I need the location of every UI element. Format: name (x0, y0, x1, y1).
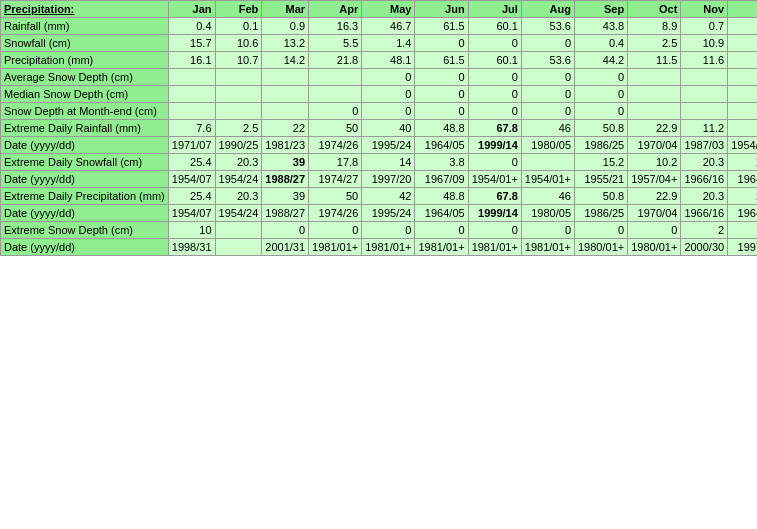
cell-r2-c2: 14.2 (262, 52, 309, 69)
cell-r7-c4: 1995/24 (362, 137, 415, 154)
cell-r13-c8: 1980/01+ (575, 239, 628, 256)
cell-r7-c0: 1971/07 (168, 137, 215, 154)
cell-r13-c6: 1981/01+ (468, 239, 521, 256)
cell-r6-c5: 48.8 (415, 120, 468, 137)
cell-r3-c6: 0 (468, 69, 521, 86)
table-row: Snowfall (cm)15.710.613.25.51.40000.42.5… (1, 35, 758, 52)
cell-r3-c4: 0 (362, 69, 415, 86)
table-row: Rainfall (mm)0.40.10.916.346.761.560.153… (1, 18, 758, 35)
cell-r9-c10: 1966/16 (681, 171, 728, 188)
cell-r11-c10: 1966/16 (681, 205, 728, 222)
cell-r10-c10: 20.3 (681, 188, 728, 205)
cell-r7-c6: 1999/14 (468, 137, 521, 154)
cell-r0-c3: 16.3 (309, 18, 362, 35)
cell-r3-c8: 0 (575, 69, 628, 86)
table-row: Date (yyyy/dd)1971/071990/251981/231974/… (1, 137, 758, 154)
cell-r5-c10 (681, 103, 728, 120)
cell-r8-c11: 25.4 (728, 154, 757, 171)
cell-r2-c9: 11.5 (628, 52, 681, 69)
cell-r4-c0 (168, 86, 215, 103)
cell-r8-c7 (521, 154, 574, 171)
cell-r8-c9: 10.2 (628, 154, 681, 171)
table-row: Extreme Daily Precipitation (mm)25.420.3… (1, 188, 758, 205)
cell-r7-c3: 1974/26 (309, 137, 362, 154)
cell-r7-c5: 1964/05 (415, 137, 468, 154)
cell-r0-c5: 61.5 (415, 18, 468, 35)
cell-r13-c11: 1997/31 (728, 239, 757, 256)
cell-r9-c4: 1997/20 (362, 171, 415, 188)
cell-r10-c3: 50 (309, 188, 362, 205)
cell-r6-c3: 50 (309, 120, 362, 137)
col-header-11: Nov (681, 1, 728, 18)
col-header-5: May (362, 1, 415, 18)
cell-r13-c2: 2001/31 (262, 239, 309, 256)
row-label-5: Snow Depth at Month-end (cm) (1, 103, 169, 120)
cell-r10-c1: 20.3 (215, 188, 262, 205)
col-header-2: Feb (215, 1, 262, 18)
cell-r4-c11 (728, 86, 757, 103)
cell-r6-c11: 0 (728, 120, 757, 137)
row-label-6: Extreme Daily Rainfall (mm) (1, 120, 169, 137)
cell-r13-c0: 1998/31 (168, 239, 215, 256)
cell-r8-c4: 14 (362, 154, 415, 171)
cell-r12-c1 (215, 222, 262, 239)
cell-r2-c0: 16.1 (168, 52, 215, 69)
cell-r6-c7: 46 (521, 120, 574, 137)
row-label-2: Precipitation (mm) (1, 52, 169, 69)
cell-r12-c11: 0 (728, 222, 757, 239)
col-header-1: Jan (168, 1, 215, 18)
cell-r0-c0: 0.4 (168, 18, 215, 35)
cell-r3-c9 (628, 69, 681, 86)
cell-r4-c4: 0 (362, 86, 415, 103)
cell-r12-c3: 0 (309, 222, 362, 239)
cell-r8-c8: 15.2 (575, 154, 628, 171)
cell-r4-c10 (681, 86, 728, 103)
row-label-1: Snowfall (cm) (1, 35, 169, 52)
row-label-11: Date (yyyy/dd) (1, 205, 169, 222)
cell-r0-c7: 53.6 (521, 18, 574, 35)
cell-r0-c4: 46.7 (362, 18, 415, 35)
cell-r8-c6: 0 (468, 154, 521, 171)
cell-r0-c6: 60.1 (468, 18, 521, 35)
cell-r9-c5: 1967/09 (415, 171, 468, 188)
cell-r10-c4: 42 (362, 188, 415, 205)
cell-r5-c2 (262, 103, 309, 120)
cell-r12-c5: 0 (415, 222, 468, 239)
cell-r1-c0: 15.7 (168, 35, 215, 52)
table-row: Date (yyyy/dd)1998/312001/311981/01+1981… (1, 239, 758, 256)
climate-table: Precipitation:JanFebMarAprMayJunJulAugSe… (0, 0, 757, 256)
col-header-9: Sep (575, 1, 628, 18)
cell-r4-c5: 0 (415, 86, 468, 103)
cell-r4-c3 (309, 86, 362, 103)
cell-r5-c11 (728, 103, 757, 120)
row-label-12: Extreme Snow Depth (cm) (1, 222, 169, 239)
cell-r9-c2: 1988/27 (262, 171, 309, 188)
table-row: Extreme Daily Rainfall (mm)7.62.52250404… (1, 120, 758, 137)
cell-r1-c11: 14.2 (728, 35, 757, 52)
cell-r4-c9 (628, 86, 681, 103)
cell-r3-c11 (728, 69, 757, 86)
cell-r6-c6: 67.8 (468, 120, 521, 137)
cell-r5-c6: 0 (468, 103, 521, 120)
cell-r12-c10: 2 (681, 222, 728, 239)
cell-r11-c5: 1964/05 (415, 205, 468, 222)
cell-r13-c5: 1981/01+ (415, 239, 468, 256)
cell-r2-c7: 53.6 (521, 52, 574, 69)
cell-r8-c1: 20.3 (215, 154, 262, 171)
cell-r6-c8: 50.8 (575, 120, 628, 137)
cell-r5-c4: 0 (362, 103, 415, 120)
cell-r13-c1 (215, 239, 262, 256)
cell-r12-c2: 0 (262, 222, 309, 239)
cell-r1-c9: 2.5 (628, 35, 681, 52)
cell-r12-c7: 0 (521, 222, 574, 239)
table-row: Snow Depth at Month-end (cm)000000C (1, 103, 758, 120)
cell-r9-c6: 1954/01+ (468, 171, 521, 188)
row-label-13: Date (yyyy/dd) (1, 239, 169, 256)
cell-r11-c11: 1964/22 (728, 205, 757, 222)
cell-r2-c3: 21.8 (309, 52, 362, 69)
cell-r7-c7: 1980/05 (521, 137, 574, 154)
cell-r2-c10: 11.6 (681, 52, 728, 69)
cell-r8-c10: 20.3 (681, 154, 728, 171)
col-header-12: Dec (728, 1, 757, 18)
cell-r8-c0: 25.4 (168, 154, 215, 171)
